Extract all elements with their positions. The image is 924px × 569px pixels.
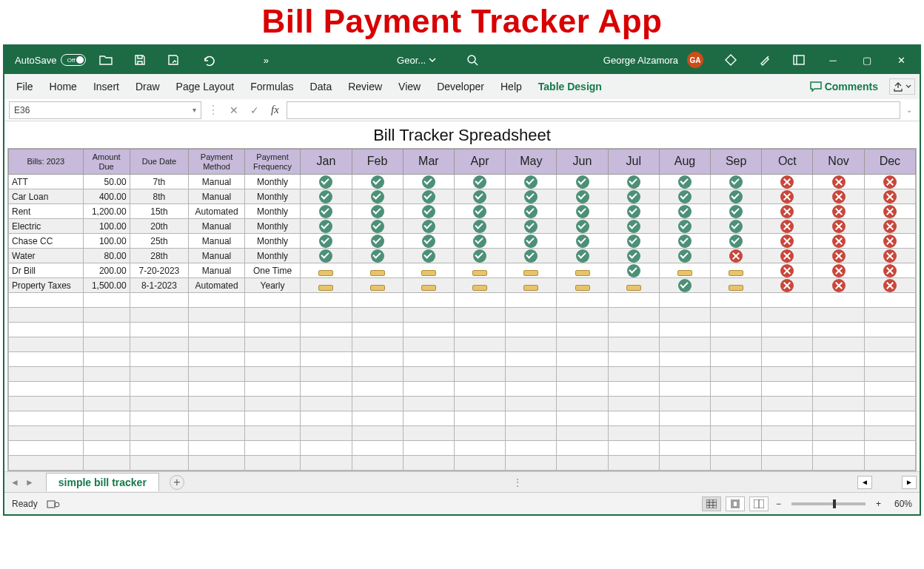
zoom-in-button[interactable]: +: [873, 499, 884, 509]
empty-cell[interactable]: [762, 456, 813, 471]
empty-cell[interactable]: [352, 367, 403, 382]
fx-icon[interactable]: fx: [267, 104, 284, 116]
cell-status[interactable]: [813, 219, 864, 234]
cell-status[interactable]: [352, 189, 403, 204]
empty-cell[interactable]: [659, 367, 710, 382]
sheet-tab-active[interactable]: simple bill tracker: [46, 473, 159, 491]
empty-cell[interactable]: [659, 308, 710, 323]
empty-cell[interactable]: [454, 337, 505, 352]
empty-cell[interactable]: [506, 411, 557, 426]
empty-cell[interactable]: [9, 367, 84, 382]
cell-status[interactable]: [608, 278, 659, 293]
empty-cell[interactable]: [506, 426, 557, 441]
empty-cell[interactable]: [403, 426, 454, 441]
empty-cell[interactable]: [454, 411, 505, 426]
empty-cell[interactable]: [352, 397, 403, 411]
empty-cell[interactable]: [130, 426, 189, 441]
empty-cell[interactable]: [403, 308, 454, 323]
empty-cell[interactable]: [454, 293, 505, 308]
empty-cell[interactable]: [244, 323, 301, 337]
zoom-slider[interactable]: [791, 502, 866, 505]
tab-page-layout[interactable]: Page Layout: [169, 76, 242, 97]
cell-status[interactable]: [762, 219, 813, 234]
col-jan[interactable]: Jan: [301, 149, 352, 175]
cell-status[interactable]: [506, 249, 557, 263]
autosave-toggle[interactable]: AutoSave Off: [15, 54, 86, 66]
empty-cell[interactable]: [301, 411, 352, 426]
empty-cell[interactable]: [864, 456, 915, 471]
empty-cell[interactable]: [301, 308, 352, 323]
col-due-date[interactable]: Due Date: [130, 149, 189, 175]
tab-home[interactable]: Home: [42, 76, 84, 97]
empty-cell[interactable]: [557, 441, 608, 456]
cell-amount[interactable]: 50.00: [83, 175, 130, 189]
empty-cell[interactable]: [244, 308, 301, 323]
cell-status[interactable]: [864, 263, 915, 278]
cell-status[interactable]: [557, 189, 608, 204]
tab-formulas[interactable]: Formulas: [243, 76, 301, 97]
cell-bill-name[interactable]: Dr Bill: [9, 263, 84, 278]
empty-cell[interactable]: [762, 441, 813, 456]
empty-cell[interactable]: [813, 293, 864, 308]
cell-status[interactable]: [659, 189, 710, 204]
empty-cell[interactable]: [762, 411, 813, 426]
empty-cell[interactable]: [762, 293, 813, 308]
name-box[interactable]: E36▾: [9, 101, 201, 119]
empty-cell[interactable]: [352, 293, 403, 308]
empty-cell[interactable]: [83, 382, 130, 397]
empty-cell[interactable]: [83, 441, 130, 456]
cell-status[interactable]: [301, 234, 352, 249]
col-oct[interactable]: Oct: [762, 149, 813, 175]
cell-status[interactable]: [301, 249, 352, 263]
table-row-empty[interactable]: [9, 397, 916, 411]
empty-cell[interactable]: [130, 293, 189, 308]
autosave-switch[interactable]: Off: [61, 54, 86, 66]
empty-cell[interactable]: [83, 411, 130, 426]
cell-status[interactable]: [506, 204, 557, 219]
view-page-layout-button[interactable]: [726, 496, 745, 511]
empty-cell[interactable]: [301, 337, 352, 352]
empty-cell[interactable]: [557, 293, 608, 308]
table-row[interactable]: ATT50.007thManualMonthly: [9, 175, 916, 189]
tab-file[interactable]: File: [9, 76, 41, 97]
cell-amount[interactable]: 200.00: [83, 263, 130, 278]
empty-cell[interactable]: [557, 352, 608, 367]
table-row[interactable]: Car Loan400.008thManualMonthly: [9, 189, 916, 204]
empty-cell[interactable]: [813, 323, 864, 337]
empty-cell[interactable]: [608, 323, 659, 337]
sheet-nav-prev[interactable]: ◄: [7, 477, 22, 488]
empty-cell[interactable]: [130, 308, 189, 323]
diamond-icon[interactable]: [723, 52, 739, 68]
empty-cell[interactable]: [608, 382, 659, 397]
empty-cell[interactable]: [301, 323, 352, 337]
macro-record-icon[interactable]: [47, 499, 60, 509]
cell-status[interactable]: [813, 234, 864, 249]
cell-freq[interactable]: Monthly: [244, 219, 301, 234]
empty-cell[interactable]: [608, 441, 659, 456]
empty-cell[interactable]: [506, 337, 557, 352]
table-row-empty[interactable]: [9, 426, 916, 441]
close-button[interactable]: ✕: [888, 51, 914, 69]
empty-cell[interactable]: [403, 411, 454, 426]
empty-cell[interactable]: [762, 397, 813, 411]
cell-status[interactable]: [454, 189, 505, 204]
cell-status[interactable]: [813, 175, 864, 189]
empty-cell[interactable]: [244, 293, 301, 308]
empty-cell[interactable]: [130, 337, 189, 352]
cell-status[interactable]: [659, 175, 710, 189]
cell-status[interactable]: [762, 204, 813, 219]
cell-bill-name[interactable]: Chase CC: [9, 234, 84, 249]
empty-cell[interactable]: [762, 426, 813, 441]
empty-cell[interactable]: [130, 441, 189, 456]
empty-cell[interactable]: [83, 337, 130, 352]
empty-cell[interactable]: [659, 441, 710, 456]
view-page-break-button[interactable]: [749, 496, 769, 511]
empty-cell[interactable]: [83, 293, 130, 308]
col-nov[interactable]: Nov: [813, 149, 864, 175]
cell-status[interactable]: [659, 204, 710, 219]
empty-cell[interactable]: [130, 352, 189, 367]
table-row-empty[interactable]: [9, 441, 916, 456]
empty-cell[interactable]: [608, 308, 659, 323]
cell-status[interactable]: [506, 278, 557, 293]
empty-cell[interactable]: [189, 426, 245, 441]
